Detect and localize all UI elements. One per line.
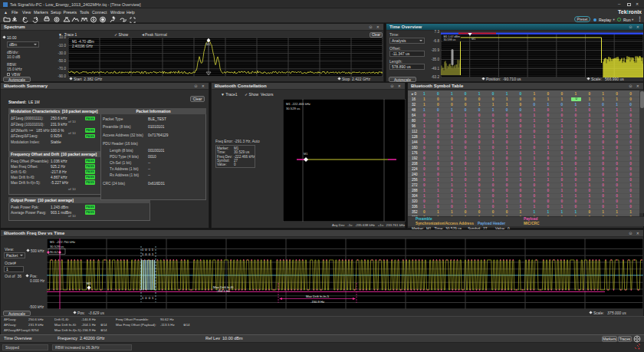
svg-text:M1: M1 — [87, 281, 91, 285]
svg-text:-204.1 Hz: -204.1 Hz — [216, 289, 230, 293]
svg-text:M1: M1 — [304, 153, 307, 156]
svg-text:M1: -222.750 kHz: M1: -222.750 kHz — [50, 240, 75, 244]
svg-text:90.62 u: 90.62 u — [50, 250, 61, 254]
svg-text:30.598 us: 30.598 us — [444, 38, 456, 41]
svg-text:M1 -4.70 dBm: M1 -4.70 dBm — [72, 40, 94, 44]
svg-text:30.529 us: 30.529 us — [286, 107, 300, 110]
svg-text:1011: 1011 — [142, 248, 155, 252]
svg-text:Max Drift fn-fn-5: Max Drift fn-fn-5 — [306, 294, 330, 298]
svg-text:M1 -222.466 kHz: M1 -222.466 kHz — [286, 102, 310, 106]
svg-text:-150.9 Hz: -150.9 Hz — [310, 300, 324, 304]
svg-text:30.529 us: 30.529 us — [50, 245, 64, 248]
svg-text:1001: 1001 — [142, 296, 155, 300]
svg-text:M1: M1 — [472, 38, 475, 41]
svg-text:M1: M1 — [206, 41, 211, 45]
svg-text:1001: 1001 — [142, 252, 155, 256]
svg-text:2.40196 GHz: 2.40196 GHz — [72, 44, 94, 48]
